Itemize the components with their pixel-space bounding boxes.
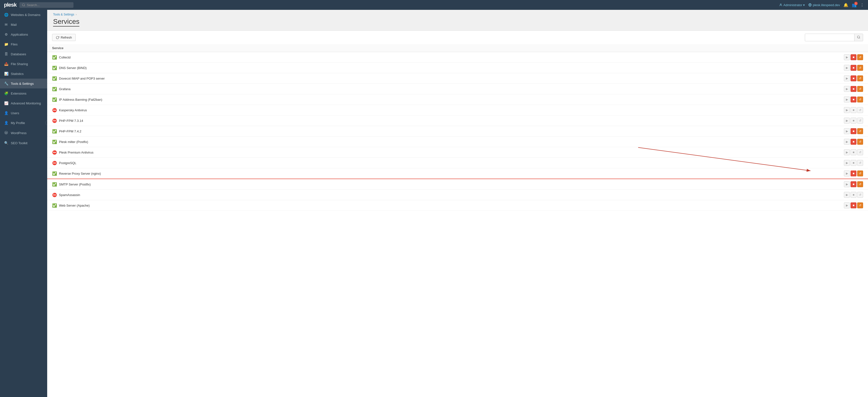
service-name-label: Plesk Premium Antivirus: [59, 151, 93, 154]
stop-button[interactable]: ■: [850, 54, 857, 60]
stop-button[interactable]: ■: [850, 181, 857, 187]
start-button[interactable]: ▶: [844, 181, 850, 187]
start-button[interactable]: ▶: [844, 160, 850, 166]
start-button[interactable]: ▶: [844, 118, 850, 124]
sidebar-item-wordpress[interactable]: Ⓦ WordPress: [0, 128, 47, 138]
restart-button[interactable]: ↺: [857, 202, 863, 208]
start-button[interactable]: ▶: [844, 128, 850, 134]
statistics-icon: 📊: [4, 72, 8, 76]
service-actions-cell: ▶ ■ ↺: [838, 137, 868, 147]
stop-button[interactable]: ■: [850, 75, 857, 81]
service-actions-cell: ▶ ■ ↺: [838, 190, 868, 200]
stop-button[interactable]: ■: [850, 160, 857, 166]
notifications-btn[interactable]: 🔔: [843, 3, 848, 7]
more-options-btn[interactable]: ⋮: [860, 3, 864, 7]
status-green-icon: ✅: [52, 97, 57, 102]
restart-button[interactable]: ↺: [857, 118, 863, 124]
refresh-button[interactable]: Refresh: [52, 34, 76, 41]
table-row: ✅ Plesk milter (Postfix) ▶ ■ ↺: [47, 137, 868, 147]
restart-button[interactable]: ↺: [857, 65, 863, 71]
start-button[interactable]: ▶: [844, 202, 850, 208]
restart-button[interactable]: ↺: [857, 139, 863, 145]
service-name-cell: ✅ Web Server (Apache): [47, 200, 838, 211]
status-green-icon: ✅: [52, 171, 57, 176]
sidebar-item-file-sharing[interactable]: 📤 File Sharing: [0, 59, 47, 69]
start-button[interactable]: ▶: [844, 107, 850, 113]
sidebar-item-users[interactable]: 👤 Users: [0, 108, 47, 118]
sidebar-item-extensions[interactable]: 🧩 Extensions: [0, 89, 47, 98]
start-button[interactable]: ▶: [844, 139, 850, 145]
sidebar-item-seo-toolkit[interactable]: 🔍 SEO Toolkit: [0, 138, 47, 148]
service-name-cell: ⛔ SpamAssassin: [47, 190, 838, 200]
table-header-row: Service: [47, 44, 868, 52]
stop-button[interactable]: ■: [850, 65, 857, 71]
service-name-label: PostgreSQL: [59, 161, 76, 165]
user-icon: [779, 3, 782, 7]
stop-button[interactable]: ■: [850, 118, 857, 124]
stop-button[interactable]: ■: [850, 150, 857, 155]
service-actions-cell: ▶ ■ ↺: [838, 179, 868, 190]
stop-button[interactable]: ■: [850, 97, 857, 102]
restart-button[interactable]: ↺: [857, 75, 863, 81]
stop-button[interactable]: ■: [850, 192, 857, 198]
restart-button[interactable]: ↺: [857, 107, 863, 113]
topbar-left: plesk: [4, 2, 73, 8]
restart-button[interactable]: ↺: [857, 150, 863, 155]
start-button[interactable]: ▶: [844, 192, 850, 198]
start-button[interactable]: ▶: [844, 86, 850, 92]
service-name-label: SMTP Server (Postfix): [59, 183, 91, 186]
service-search-button[interactable]: [854, 34, 863, 41]
restart-button[interactable]: ↺: [857, 86, 863, 92]
chevron-down-icon: ▾: [803, 3, 805, 7]
plesk-logo[interactable]: plesk: [4, 2, 17, 8]
start-button[interactable]: ▶: [844, 75, 850, 81]
service-name-cell: ✅ DNS Server (BIND): [47, 63, 838, 73]
start-button[interactable]: ▶: [844, 170, 850, 176]
stop-button[interactable]: ■: [850, 170, 857, 176]
start-button[interactable]: ▶: [844, 150, 850, 155]
stop-button[interactable]: ■: [850, 86, 857, 92]
sidebar-item-websites-domains[interactable]: 🌐 Websites & Domains: [0, 10, 47, 20]
service-name-cell: ⛔ Plesk Premium Antivirus: [47, 147, 838, 158]
stop-button[interactable]: ■: [850, 128, 857, 134]
sidebar-item-databases[interactable]: 🗄 Databases: [0, 49, 47, 59]
service-search-input[interactable]: [805, 34, 854, 41]
table-row: ✅ Reverse Proxy Server (nginx) ▶ ■ ↺: [47, 168, 868, 179]
stop-button[interactable]: ■: [850, 202, 857, 208]
start-button[interactable]: ▶: [844, 97, 850, 102]
globe-icon: [808, 3, 812, 7]
service-actions-cell: ▶ ■ ↺: [838, 63, 868, 73]
svg-line-6: [859, 38, 860, 39]
stop-button[interactable]: ■: [850, 139, 857, 145]
table-row: ⛔ Kaspersky Antivirus ▶ ■ ↺: [47, 105, 868, 115]
start-button[interactable]: ▶: [844, 65, 850, 71]
sidebar-item-mail[interactable]: ✉ Mail: [0, 20, 47, 30]
sidebar-item-advanced-monitoring[interactable]: 📈 Advanced Monitoring: [0, 98, 47, 108]
sidebar-item-files[interactable]: 📁 Files: [0, 39, 47, 49]
restart-button[interactable]: ↺: [857, 181, 863, 187]
service-name-label: Collectd: [59, 56, 70, 59]
sidebar-item-my-profile[interactable]: 👤 My Profile ‹: [0, 118, 47, 128]
service-actions-cell: ▶ ■ ↺: [838, 200, 868, 211]
start-button[interactable]: ▶: [844, 54, 850, 60]
stop-button[interactable]: ■: [850, 107, 857, 113]
sidebar-item-statistics[interactable]: 📊 Statistics: [0, 69, 47, 78]
users-icon-btn[interactable]: 👥 1: [852, 3, 857, 7]
admin-dropdown[interactable]: Administrator ▾: [779, 3, 805, 7]
sidebar-collapse-btn[interactable]: ‹: [45, 120, 47, 125]
restart-button[interactable]: ↺: [857, 128, 863, 134]
breadcrumb-parent[interactable]: Tools & Settings: [53, 13, 74, 16]
global-search-wrapper: [20, 2, 73, 8]
restart-button[interactable]: ↺: [857, 54, 863, 60]
restart-button[interactable]: ↺: [857, 97, 863, 102]
table-row: ✅ IP Address Banning (Fail2ban) ▶ ■ ↺: [47, 94, 868, 105]
global-search-input[interactable]: [27, 3, 71, 7]
sidebar-item-tools-settings[interactable]: 🔧 Tools & Settings: [0, 78, 47, 89]
restart-button[interactable]: ↺: [857, 192, 863, 198]
restart-button[interactable]: ↺: [857, 160, 863, 166]
restart-button[interactable]: ↺: [857, 170, 863, 176]
sidebar-item-applications[interactable]: ⚙ Applications: [0, 30, 47, 39]
domain-link[interactable]: plesk.litespeed.dev: [808, 3, 840, 7]
status-red-icon: ⛔: [52, 193, 57, 197]
sidebar-item-label: My Profile: [11, 121, 25, 125]
